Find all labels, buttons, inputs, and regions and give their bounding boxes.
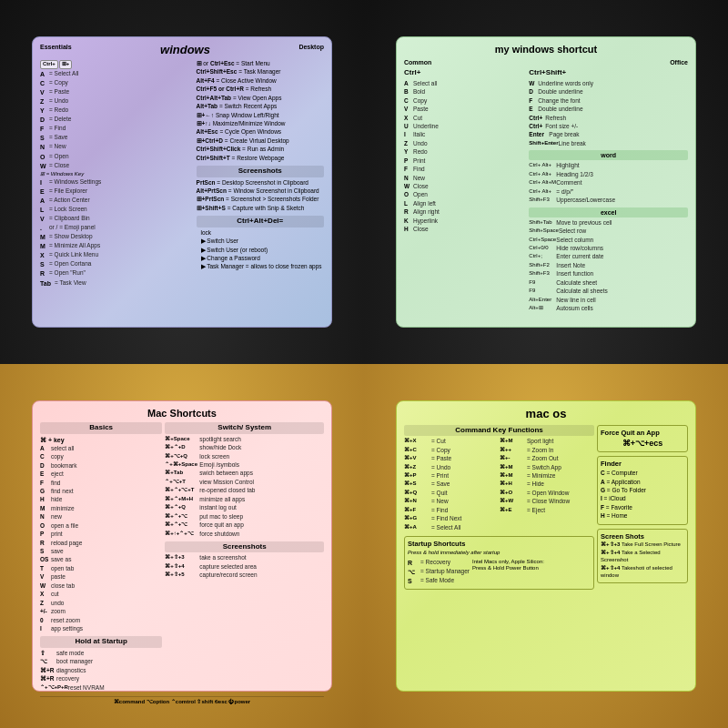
shortcut-x: X= Quick Link Menu <box>40 251 194 259</box>
windows-main: Ctrl+ ⊞+ A= Select All C= Copy V= Paste … <box>40 60 324 288</box>
shortcut-c: C= Copy <box>40 79 194 87</box>
screenshots-box-label: Screen Shots <box>601 532 684 541</box>
my-windows-sticker: my windows shortcut Common Office Ctrl+ … <box>396 36 696 328</box>
right-panel: Force Quit an App ⌘+⌥+ecs Finder C = Com… <box>597 425 688 590</box>
shortcut-v: V= Paste <box>40 88 194 96</box>
desktop-section: ⊞ or Ctrl+Esc = Start Menu Ctrl+Shift+Es… <box>197 60 324 288</box>
desktop-row-9: Alt+Esc = Cycle Open Windows <box>197 128 324 136</box>
office-label: Office <box>670 58 688 66</box>
basics-label: Basics <box>40 422 162 433</box>
desktop-row-10: ⊞+Ctrl+D = Create Virtual Desktop <box>197 137 324 145</box>
cad-1: lock <box>197 229 324 237</box>
word-label: word <box>529 150 688 160</box>
shortcut-l: L= Lock Screen <box>40 206 194 214</box>
prtscn-3: ⊞+PrtScn = Screenshot > Screenshots Fold… <box>197 196 324 203</box>
shortcut-n: N= New <box>40 143 194 151</box>
essentials-label: Essentials <box>40 43 72 58</box>
mw-right: Ctrl+Shift+ WUnderline words only DDoubl… <box>529 68 688 313</box>
shortcut-f: F= Find <box>40 125 194 133</box>
shortcut-a: A= Select All <box>40 70 194 78</box>
desktop-row-1: ⊞ or Ctrl+Esc = Start Menu <box>197 60 324 67</box>
force-quit-label: Force Quit an App <box>601 429 684 438</box>
macos-main: Command Key Functions ⌘+X= Cut ⌘+C= Copy… <box>404 425 688 590</box>
shortcut-d: D= Delete <box>40 116 194 124</box>
cmd-label: Command Key Functions <box>404 425 594 436</box>
mw-left: Ctrl+ ASelect all BBold CCopy VPaste XCu… <box>404 68 526 313</box>
switch-label: Switch/ System <box>165 422 324 433</box>
desktop-row-8: ⊞+↑↓ Maximize/Minimize Window <box>197 120 324 127</box>
win-key-label: ⊞ = Windows Key <box>40 171 194 178</box>
mac-shortcuts-title: Mac Shortcuts <box>40 407 324 420</box>
shortcut-w: W= Close <box>40 162 194 170</box>
startup-note: Intel Macs only, Apple Silicon: Press & … <box>472 559 545 586</box>
shortcut-mn: M= Minimize All Apps <box>40 242 194 250</box>
screenshots-label: Screenshots <box>197 166 324 177</box>
force-quit-box: Force Quit an App ⌘+⌥+ecs <box>597 425 688 452</box>
desktop-row-12: Ctrl+Shift+T = Restore Webpage <box>197 155 324 162</box>
desktop-row-2: Ctrl+Shift+Esc = Task Manager <box>197 68 324 76</box>
desktop-row-7: ⊞+←↑ Snap Window Left/Right <box>197 112 324 119</box>
desktop-label: Desktop <box>298 43 324 58</box>
ctrl-alt-label: Ctrl+Alt+Del= <box>197 216 324 227</box>
desktop-row-11: Ctrl+Shift+Click = Run as Admin <box>197 146 324 153</box>
finder-label: Finder <box>601 460 684 469</box>
ctrl-alt-section: Ctrl+Alt+Del= lock ▶ Switch User ▶ Switc… <box>197 216 324 271</box>
common-label: Common <box>404 58 431 66</box>
quadrant-my-windows: my windows shortcut Common Office Ctrl+ … <box>364 0 728 364</box>
quadrant-macos: mac os Command Key Functions ⌘+X= Cut ⌘+… <box>364 364 728 728</box>
windows-sticker: Essentials windows Desktop Ctrl+ ⊞+ A= S… <box>32 36 332 328</box>
cad-3: ▶ Switch User (or reboot) <box>197 247 324 254</box>
ctrl-row: Ctrl+ ⊞+ <box>40 60 194 69</box>
shortcut-dot: .or / = Emoji panel <box>40 224 194 232</box>
hold-startup: Hold at Startup ⇧safe mode ⌥boot manager… <box>40 636 162 692</box>
startup-desc: Press & hold immediately after startup <box>408 550 591 557</box>
windows-header: Essentials windows Desktop <box>40 43 324 58</box>
screenshots-box: Screen Shots ⌘+⇧+3 Take Full Screen Pict… <box>597 529 688 584</box>
desktop-row-5: Ctrl+Alt+Tab = View Open Apps <box>197 95 324 102</box>
prtscn-1: PrtScn = Desktop Screenshot in Clipboard <box>197 179 324 187</box>
quadrant-windows: Essentials windows Desktop Ctrl+ ⊞+ A= S… <box>0 0 364 364</box>
cad-2: ▶ Switch User <box>197 238 324 245</box>
shortcut-s: S= Save <box>40 134 194 142</box>
cad-4: ▶ Change a Password <box>197 255 324 262</box>
prtscn-4: ⊞+Shift+S = Capture with Snip & Sketch <box>197 205 324 212</box>
shortcut-o: O= Open <box>40 153 194 161</box>
mw-subheader: Common Office <box>404 58 688 66</box>
mac-switch: Switch/ System ⌘+Spacespotlight search ⌘… <box>165 422 324 693</box>
ctrl-shift-label: Ctrl+Shift+ <box>529 68 688 77</box>
desktop-row-6: Alt+Tab = Switch Recent Apps <box>197 103 324 110</box>
startup-items: R= Recovery ⌥= Startup Manager S= Safe M… <box>408 559 591 586</box>
shortcut-aa: A= Action Center <box>40 197 194 205</box>
prtscn-2: Alt+PrtScn = Window Screenshot in Clipbo… <box>197 187 324 195</box>
excel-section: excel Shift+TabMove to previous cell Shi… <box>529 207 688 313</box>
essentials-section: Ctrl+ ⊞+ A= Select All C= Copy V= Paste … <box>40 60 194 288</box>
main-grid: Essentials windows Desktop Ctrl+ ⊞+ A= S… <box>0 0 728 728</box>
win-key: ⊞+ <box>59 60 73 69</box>
macos-title: mac os <box>404 407 688 422</box>
desktop-row-3: Alt+F4 = Close Active Window <box>197 77 324 85</box>
excel-label: excel <box>529 207 688 217</box>
cmd-functions-section: Command Key Functions ⌘+X= Cut ⌘+C= Copy… <box>404 425 594 590</box>
mac-s-main: Basics ⌘ + key Aselect all Ccopy Dbookma… <box>40 422 324 693</box>
shortcut-tab: Tab= Task View <box>40 279 194 288</box>
cmd-grid: ⌘+X= Cut ⌘+C= Copy ⌘+V= Paste ⌘+Z= Undo … <box>404 438 594 532</box>
ctrl-key: Ctrl+ <box>40 60 58 69</box>
macos-sticker: mac os Command Key Functions ⌘+X= Cut ⌘+… <box>396 400 696 692</box>
shortcut-y: Y= Redo <box>40 106 194 115</box>
finder-box: Finder C = Computer A = Application G = … <box>597 456 688 524</box>
startup-section: Startup Shortcuts Press & hold immediate… <box>404 536 594 590</box>
mw-main: Ctrl+ ASelect all BBold CCopy VPaste XCu… <box>404 68 688 313</box>
shortcut-ss: S= Open Cortana <box>40 260 194 268</box>
shortcut-z: Z= Undo <box>40 97 194 106</box>
mac-shortcuts-sticker: Mac Shortcuts Basics ⌘ + key Aselect all… <box>32 400 332 692</box>
bottom-keys: ⌘command ⌥option ⌃comtrol ⇧shift ⎋esc ⏻p… <box>40 696 324 706</box>
shortcut-sr: R= Open "Run" <box>40 269 194 278</box>
screenshots-section: Screenshots PrtScn = Desktop Screenshot … <box>197 166 324 212</box>
force-quit-keys: ⌘+⌥+ecs <box>601 439 684 450</box>
quadrant-mac-shortcuts: Mac Shortcuts Basics ⌘ + key Aselect all… <box>0 364 364 728</box>
ctrl-plus-label: Ctrl+ <box>404 68 526 77</box>
shortcut-mm: M= Show Desktop <box>40 233 194 241</box>
windows-title: windows <box>160 43 210 58</box>
cad-5: ▶ Task Manager = allows to close frozen … <box>197 263 324 270</box>
startup-label: Startup Shortcuts <box>408 540 591 549</box>
